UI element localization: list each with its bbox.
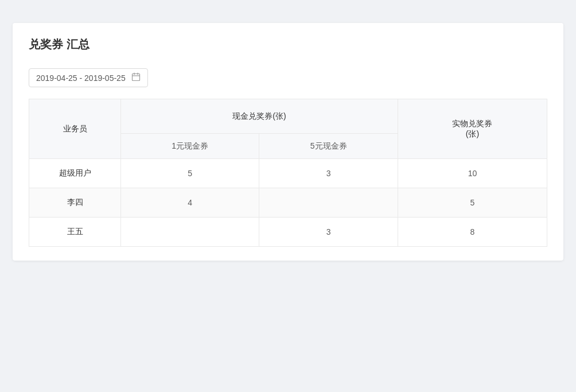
cell-physical-2: 8 bbox=[398, 218, 547, 247]
table-row: 李四 4 5 bbox=[29, 188, 547, 218]
date-range-picker[interactable]: 2019-04-25 - 2019-05-25 bbox=[29, 68, 148, 87]
cell-physical-1: 5 bbox=[398, 188, 547, 218]
calendar-icon bbox=[131, 72, 141, 83]
table-header-row-1: 业务员 现金兑奖券(张) 实物兑奖券(张) bbox=[29, 99, 547, 134]
th-cash5: 5元现金券 bbox=[259, 134, 398, 159]
table-body: 超级用户 5 3 10 李四 4 5 王五 3 8 bbox=[29, 159, 547, 247]
page-title: 兑奖券 汇总 bbox=[29, 37, 547, 52]
th-physical-group: 实物兑奖券(张) bbox=[398, 99, 547, 159]
cell-agent-0: 超级用户 bbox=[29, 159, 121, 188]
summary-table: 业务员 现金兑奖券(张) 实物兑奖券(张) 1元现金券 5元现金券 bbox=[29, 99, 547, 247]
th-agent: 业务员 bbox=[29, 99, 121, 159]
cell-cash1-0: 5 bbox=[121, 159, 259, 188]
th-cash1: 1元现金券 bbox=[121, 134, 259, 159]
table-row: 王五 3 8 bbox=[29, 218, 547, 247]
page-container: 兑奖券 汇总 2019-04-25 - 2019-05-25 bbox=[1, 11, 575, 392]
cell-cash1-2 bbox=[121, 218, 259, 247]
svg-rect-0 bbox=[132, 74, 139, 81]
cell-physical-0: 10 bbox=[398, 159, 547, 188]
main-card: 兑奖券 汇总 2019-04-25 - 2019-05-25 bbox=[13, 23, 563, 261]
cell-cash5-0: 3 bbox=[259, 159, 398, 188]
cell-cash1-1: 4 bbox=[121, 188, 259, 218]
cell-cash5-2: 3 bbox=[259, 218, 398, 247]
date-picker-wrapper: 2019-04-25 - 2019-05-25 bbox=[29, 68, 547, 87]
th-cash-group: 现金兑奖券(张) bbox=[121, 99, 398, 134]
date-range-value: 2019-04-25 - 2019-05-25 bbox=[36, 73, 126, 83]
cell-agent-1: 李四 bbox=[29, 188, 121, 218]
cell-cash5-1 bbox=[259, 188, 398, 218]
cell-agent-2: 王五 bbox=[29, 218, 121, 247]
table-row: 超级用户 5 3 10 bbox=[29, 159, 547, 188]
